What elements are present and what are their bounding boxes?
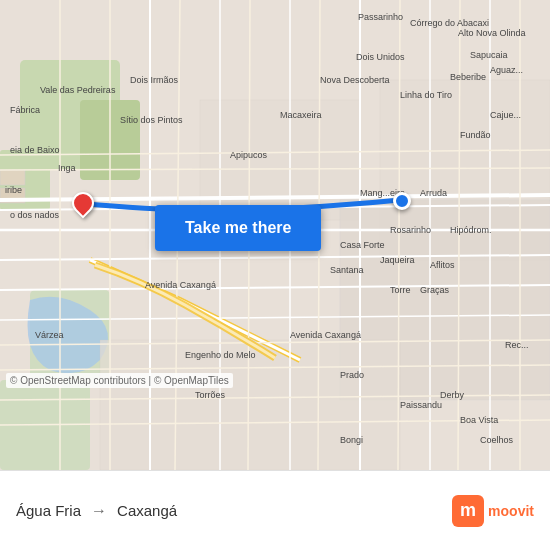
route-from: Água Fria <box>16 502 81 519</box>
map-container: PassarinhoCórrego do AbacaxiAlto Nova Ol… <box>0 0 550 470</box>
route-arrow: → <box>91 502 107 520</box>
route-to: Caxangá <box>117 502 177 519</box>
svg-rect-8 <box>200 100 360 220</box>
moovit-icon: m <box>452 495 484 527</box>
svg-rect-11 <box>100 340 400 470</box>
bottom-bar: Água Fria → Caxangá m moovit <box>0 470 550 550</box>
moovit-brand-text: moovit <box>488 503 534 519</box>
take-me-there-button[interactable]: Take me there <box>155 205 321 251</box>
svg-rect-6 <box>0 170 25 185</box>
moovit-logo: m moovit <box>452 495 534 527</box>
origin-marker <box>72 192 94 214</box>
map-attribution: © OpenStreetMap contributors | © OpenMap… <box>6 373 233 388</box>
destination-marker <box>393 192 411 210</box>
